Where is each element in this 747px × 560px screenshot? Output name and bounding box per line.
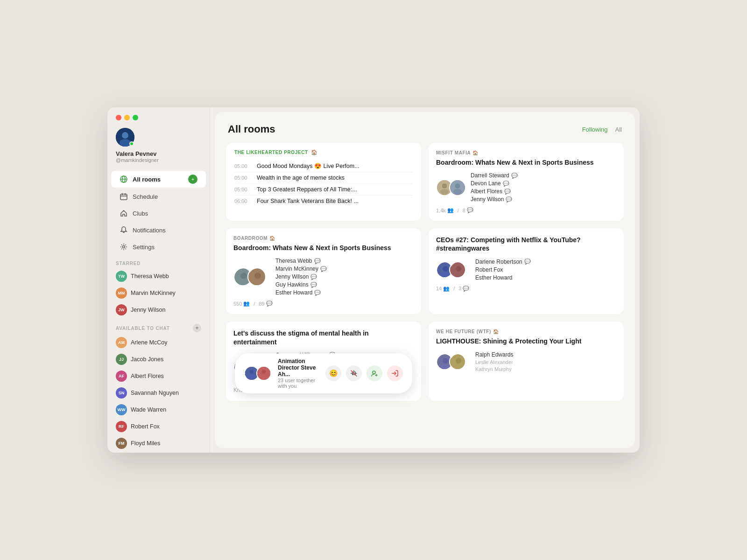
chat-albert-flores[interactable]: AF Albert Flores [107,368,210,385]
speakers-count-boardroom: 89 💬 [259,301,272,307]
room-card-ceos[interactable]: CEOs #27: Competing with Netflix & YouTu… [429,228,624,314]
speakers-row-misfit: Darrell Steward 💬 Devon Lane 💬 Albert Fl… [436,172,616,203]
schedule-row-3[interactable]: 05:00 Top 3 Greatest Reppaers of All Tim… [234,184,413,196]
avatar-wade-warren: WW [116,404,127,415]
listeners-count-ceos: 14 👥 [436,286,450,292]
speaker-avatars-misfit [436,179,466,196]
schedule-title-3: Top 3 Greatest Reppaers of All Time:... [257,186,357,193]
room-card-boardroom[interactable]: BOARDROOM 🏠 Boardroom: Whats New & Next … [226,228,421,314]
starred-marvin-mckinney[interactable]: MM Marvin McKinney [107,285,210,301]
nav-notifications[interactable]: Notifications [111,222,206,238]
add-room-badge[interactable]: + [188,175,197,184]
gear-icon [120,243,128,251]
speakers-row-lighthouse: Ralph Edwards Leslie Alexander Kathryn M… [436,351,616,372]
main-header: All rooms Following All [215,112,635,143]
room-card-mental-health[interactable]: Let's discuss the stigma of mental healt… [226,322,421,400]
schedule-card[interactable]: THE LIKEHEARTED PROJECT 🏠 05:00 Good Moo… [226,143,421,221]
popup-avatar-2 [256,366,271,381]
popup-actions: 😊 [325,365,403,381]
starred-theresa-webb[interactable]: TW Theresa Webb [107,268,210,285]
popup-leave-button[interactable] [387,365,403,381]
svg-point-10 [123,246,125,248]
chat-icon: 💬 [314,258,321,264]
nav-schedule-label: Schedule [133,193,158,200]
room-stats-misfit: 1,4k 👥 / 8 💬 [436,207,616,213]
chat-icon: 💬 [503,181,509,187]
available-label: AVAILABLE TO CHAT [116,326,170,331]
chat-name-albert: Albert Flores [131,373,164,379]
add-chat-button[interactable]: + [193,324,201,332]
svg-point-24 [443,266,448,272]
room-title-boardroom: Boardroom: Whats New & Next in Sports Bu… [233,244,414,252]
speaker-darlene: Darlene Robertson 💬 [475,259,531,265]
room-card-misfit[interactable]: MISFIT MAFIA 🏠 Boardroom: Whats New & Ne… [429,143,624,221]
nav-settings-label: Settings [133,244,155,251]
speaker-jenny-misfit: Jenny Wilson 💬 [471,196,518,203]
nav-notifications-label: Notifications [133,227,166,234]
speaker-robert-ceos: Robert Fox [475,266,531,273]
popup-title: Animation Director Steve Ah... [278,358,319,378]
chat-wade-warren[interactable]: WW Wade Warren [107,401,210,418]
speaker-avatars-ceos [436,261,466,278]
speaker-list-misfit: Darrell Steward 💬 Devon Lane 💬 Albert Fl… [471,172,518,203]
starred-name-jenny: Jenny Wilson [131,307,165,313]
leave-icon [391,370,399,377]
nav-settings[interactable]: Settings [111,239,206,255]
chat-name-jacob: Jacob Jones [131,356,163,363]
starred-jenny-wilson[interactable]: JW Jenny Wilson [107,301,210,318]
speaker-kathryn: Kathryn Murphy [475,366,513,372]
chat-name-floyd: Floyd Miles [131,440,160,447]
home-icon [120,209,128,217]
svg-point-39 [262,370,266,374]
schedule-row-2[interactable]: 05:00 Wealth in the age of meme stocks [234,172,413,184]
schedule-row-4[interactable]: 06:00 Four Shark Tank Veterans Bite Back… [234,196,413,207]
chat-jacob-jones[interactable]: JJ Jacob Jones [107,351,210,368]
starred-name-theresa: Theresa Webb [131,273,169,280]
schedule-time-2: 05:00 [234,175,251,181]
close-button[interactable] [116,115,121,120]
nav-clubs[interactable]: Clubs [111,205,206,221]
chat-floyd-miles[interactable]: FM Floyd Miles [107,435,210,452]
schedule-time-4: 06:00 [234,198,251,204]
maximize-button[interactable] [133,115,138,120]
popup-add-person-button[interactable] [366,365,382,381]
svg-point-37 [248,374,255,379]
speaker-albert-misfit: Albert Flores 💬 [471,188,518,195]
speakers-row-boardroom: Theresa Webb 💬 Marvin McKinney 💬 Jenny W… [233,258,414,296]
listeners-count-boardroom: 550 👥 [233,301,250,307]
schedule-label: THE LIKEHEARTED PROJECT [234,150,308,155]
chat-robert-fox[interactable]: RF Robert Fox [107,418,210,435]
nav-all-rooms-label: All rooms [133,176,161,183]
room-title-ceos: CEOs #27: Competing with Netflix & YouTu… [436,236,616,252]
popup-mute-button[interactable] [346,365,362,381]
room-card-lighthouse[interactable]: WE HE FUTURE (WTF) 🏠 LIGHTHOUSE: Shining… [429,322,624,400]
popup-emoji-button[interactable]: 😊 [325,365,341,381]
speaker-marvin-boardroom: Marvin McKinney 💬 [275,266,327,272]
speaker-avatars-boardroom [233,267,266,286]
schedule-time-1: 05:00 [234,163,251,169]
nav-all-rooms[interactable]: All rooms + [111,171,206,188]
speaker-guy-boardroom: Guy Hawkins 💬 [275,281,327,288]
speaker-leslie: Leslie Alexander [475,359,513,365]
svg-point-40 [260,374,268,379]
sidebar: Valera Pevnev @mamkindesigner All rooms … [107,107,210,453]
chat-icon: 💬 [310,282,317,288]
bell-icon [120,226,128,234]
room-title-mental-health: Let's discuss the stigma of mental healt… [233,329,414,346]
avatar-savannah-nguyen: SN [116,387,127,399]
schedule-row-1[interactable]: 05:00 Good Mood Mondays 😍 Live Perfom... [234,160,413,172]
chat-arlene-mccoy[interactable]: AM Arlene McCoy [107,334,210,351]
avatar[interactable] [116,128,134,147]
chat-savannah-nguyen[interactable]: SN Savannah Nguyen [107,385,210,401]
globe-icon [120,175,128,183]
speaker-avatar-rf-ceos [449,261,466,278]
filter-following[interactable]: Following [582,126,608,133]
room-title-misfit: Boardroom: Whats New & Next in Sports Bu… [436,158,616,167]
filter-all[interactable]: All [615,126,622,133]
user-profile: Valera Pevnev @mamkindesigner [107,128,210,170]
minimize-button[interactable] [124,115,130,120]
speakers-count-misfit: 8 💬 [463,207,473,213]
chat-icon: 💬 [511,173,518,179]
speakers-count-ceos: 3 💬 [458,286,469,292]
nav-schedule[interactable]: Schedule [111,189,206,204]
